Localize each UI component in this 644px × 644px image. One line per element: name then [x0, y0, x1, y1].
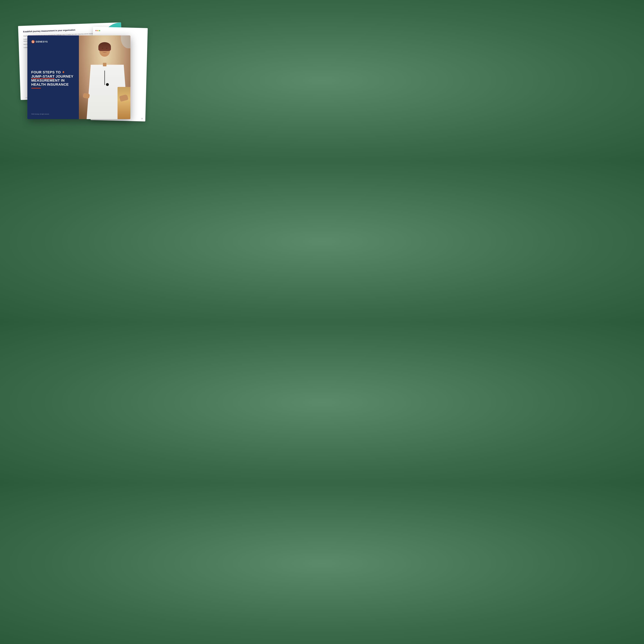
- cover-title-area: FOUR STEPS TO ✦ JUMP-START JOURNEY MEASU…: [31, 43, 75, 114]
- doctor-left-eye: [102, 48, 103, 49]
- window-dot-red: [95, 30, 97, 31]
- cover-copyright: ©2022 Genesys. All rights reserved.: [31, 114, 75, 115]
- doctor-hair: [98, 42, 111, 51]
- window-dot-yellow: [97, 30, 98, 31]
- background-person: [118, 87, 130, 119]
- title-line4: HEALTH INSURANCE: [31, 82, 69, 86]
- front-cover: GENESYS FOUR STEPS TO ✦ JUMP-START JOURN…: [27, 35, 130, 119]
- svg-rect-11: [33, 41, 34, 42]
- title-line3: MEASUREMENT IN: [31, 78, 65, 82]
- title-spark-icon: ✦: [62, 70, 65, 74]
- logo-area: GENESYS: [31, 40, 75, 43]
- window-dot-green: [99, 30, 100, 31]
- cover-title: FOUR STEPS TO ✦ JUMP-START JOURNEY MEASU…: [31, 70, 75, 86]
- cover-photo-panel: [79, 35, 130, 119]
- logo-text: GENESYS: [36, 40, 48, 43]
- doctor-face: [99, 42, 110, 57]
- stethoscope-tube: [104, 71, 105, 85]
- doctor-smile: [102, 51, 107, 53]
- svg-point-10: [31, 40, 35, 43]
- title-line1: FOUR STEPS TO: [31, 70, 62, 74]
- doctor-neck: [103, 63, 106, 66]
- cover-left-panel: GENESYS FOUR STEPS TO ✦ JUMP-START JOURN…: [27, 35, 79, 119]
- title-line2b: JOURNEY: [55, 74, 73, 78]
- title-line2: JUMP-START: [31, 74, 55, 78]
- page-number: 18: [141, 118, 143, 119]
- title-underline-decoration: [31, 88, 41, 88]
- genesys-logo-icon: [31, 40, 35, 43]
- doctor-right-eye: [106, 48, 108, 49]
- scene: Establish journey measurement in your or…: [14, 19, 147, 142]
